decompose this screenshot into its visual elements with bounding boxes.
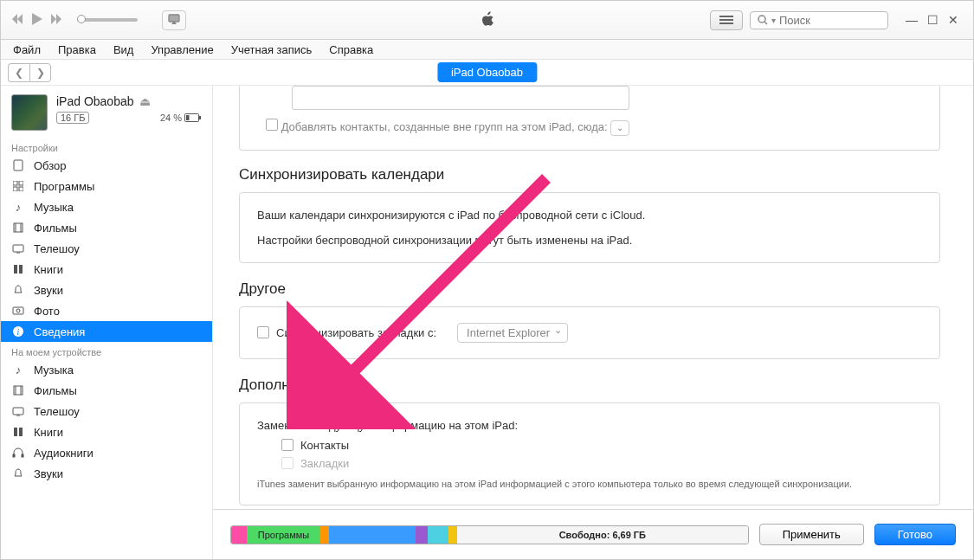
sidebar-item-info[interactable]: iСведения: [1, 321, 212, 342]
device-capacity: 16 ГБ: [56, 112, 89, 124]
sync-bookmarks-checkbox[interactable]: [257, 326, 269, 338]
sidebar-item-label: Аудиокниги: [34, 447, 94, 460]
calendars-header: Синхронизировать календари: [239, 166, 940, 183]
menu-edit[interactable]: Правка: [49, 42, 105, 58]
list-view-button[interactable]: [710, 10, 743, 30]
sidebar-item-tones[interactable]: Звуки: [1, 280, 212, 300]
book-icon: [11, 427, 25, 437]
storage-bar: Программы Свободно: 6,69 ГБ: [230, 525, 749, 544]
sidebar-ondevice-movies[interactable]: Фильмы: [1, 380, 212, 401]
sidebar-ondevice-tones[interactable]: Звуки: [1, 463, 212, 484]
svg-point-4: [758, 16, 765, 23]
tv-icon: [11, 406, 25, 416]
svg-rect-29: [22, 454, 23, 457]
device-thumbnail: [11, 94, 48, 131]
svg-rect-28: [13, 454, 15, 457]
bookmarks-checkbox-label: Закладки: [300, 457, 349, 470]
storage-seg-photos: [329, 526, 416, 544]
sidebar-item-label: Фильмы: [34, 384, 77, 397]
sidebar-item-movies[interactable]: Фильмы: [1, 217, 212, 238]
svg-rect-7: [199, 116, 201, 119]
prev-icon[interactable]: [11, 14, 23, 27]
menu-account[interactable]: Учетная запись: [223, 42, 321, 58]
sidebar-item-label: Книги: [34, 263, 63, 276]
nav-forward-button[interactable]: ❯: [29, 63, 51, 82]
svg-rect-10: [13, 181, 17, 185]
svg-rect-17: [13, 245, 23, 252]
calendars-text-1: Ваши календари синхронизируются с iPad п…: [257, 209, 922, 222]
maximize-icon[interactable]: ☐: [923, 13, 942, 27]
bell-icon: [11, 468, 25, 479]
add-contacts-checkbox[interactable]: [266, 119, 278, 131]
browser-select[interactable]: Internet Explorer: [457, 323, 568, 343]
book-icon: [11, 264, 25, 274]
device-pill[interactable]: iPad Obaobab: [437, 62, 537, 82]
contacts-checkbox[interactable]: [281, 439, 293, 451]
music-icon: ♪: [11, 364, 25, 377]
group-dropdown[interactable]: ⌄: [610, 120, 629, 136]
film-icon: [11, 222, 25, 233]
menu-help[interactable]: Справка: [320, 42, 382, 58]
storage-seg-other: [448, 526, 457, 544]
storage-free-label: Свободно: 6,69 ГБ: [559, 530, 646, 540]
sidebar-item-apps[interactable]: Программы: [1, 176, 212, 196]
contacts-checkbox-label: Контакты: [300, 439, 349, 452]
menu-controls[interactable]: Управление: [142, 42, 222, 58]
addons-box: Заменить следующую информацию на этом iP…: [239, 402, 940, 505]
sync-bookmarks-label: Синхронизировать закладки с:: [276, 326, 436, 339]
calendars-box: Ваши календари синхронизируются с iPad п…: [239, 192, 940, 263]
device-header: iPad Obaobab ⏏ 16 ГБ 24 %: [1, 86, 212, 138]
sidebar-item-summary[interactable]: Обзор: [1, 155, 212, 176]
sidebar-item-books[interactable]: Книги: [1, 259, 212, 280]
search-input[interactable]: [779, 14, 874, 27]
tv-icon: [11, 243, 25, 254]
done-button[interactable]: Готово: [874, 524, 956, 545]
apps-icon: [11, 181, 25, 191]
tablet-icon: [11, 159, 25, 171]
storage-seg-free: Свободно: 6,69 ГБ: [457, 526, 748, 544]
group-select-field[interactable]: [292, 86, 629, 110]
content-area: Добавлять контакты, созданные вне групп …: [213, 86, 973, 559]
menu-view[interactable]: Вид: [105, 42, 143, 58]
sidebar-item-label: Сведения: [34, 325, 85, 338]
window-controls: — ☐ ✕: [902, 13, 963, 27]
sidebar-ondevice-music[interactable]: ♪Музыка: [1, 359, 212, 380]
eject-icon[interactable]: ⏏: [139, 94, 151, 108]
add-contacts-label: Добавлять контакты, созданные вне групп …: [281, 120, 608, 133]
menu-bar: Файл Правка Вид Управление Учетная запис…: [1, 40, 973, 60]
sidebar-item-photos[interactable]: Фото: [1, 300, 212, 321]
play-icon[interactable]: [32, 13, 42, 28]
sidebar-item-tvshows[interactable]: Телешоу: [1, 238, 212, 259]
storage-seg-books: [416, 526, 428, 544]
info-icon: i: [11, 325, 25, 338]
storage-seg-apps: Программы: [247, 526, 320, 544]
sidebar-ondevice-books[interactable]: Книги: [1, 422, 212, 442]
storage-seg-1: [320, 526, 329, 544]
minimize-icon[interactable]: —: [902, 13, 921, 27]
sidebar-item-label: Телешоу: [34, 405, 80, 418]
sidebar-section-ondevice: На моем устройстве: [1, 342, 212, 359]
calendars-text-2: Настройки беспроводной синхронизации мог…: [257, 234, 922, 247]
search-icon: [758, 15, 768, 25]
sidebar-ondevice-tvshows[interactable]: Телешоу: [1, 401, 212, 422]
svg-text:i: i: [17, 327, 20, 337]
battery-icon: [184, 113, 202, 122]
playback-controls: [11, 10, 186, 30]
nav-back-button[interactable]: ❮: [8, 63, 29, 82]
airplay-icon[interactable]: [162, 10, 186, 30]
sidebar-item-label: Музыка: [34, 201, 74, 214]
search-box[interactable]: ▾: [750, 11, 888, 29]
device-battery: 24 %: [160, 113, 202, 123]
close-icon[interactable]: ✕: [944, 13, 963, 27]
svg-rect-13: [19, 187, 23, 191]
volume-slider[interactable]: [77, 18, 138, 22]
sidebar-ondevice-audiobooks[interactable]: Аудиокниги: [1, 442, 212, 463]
apply-button[interactable]: Применить: [759, 524, 864, 545]
film-icon: [11, 385, 25, 396]
sidebar-item-label: Музыка: [34, 364, 74, 377]
next-icon[interactable]: [51, 14, 63, 27]
addons-header: Дополнения: [239, 377, 940, 394]
sidebar-item-music[interactable]: ♪Музыка: [1, 196, 212, 217]
top-toolbar: ▾ — ☐ ✕: [1, 1, 973, 40]
menu-file[interactable]: Файл: [4, 42, 49, 58]
